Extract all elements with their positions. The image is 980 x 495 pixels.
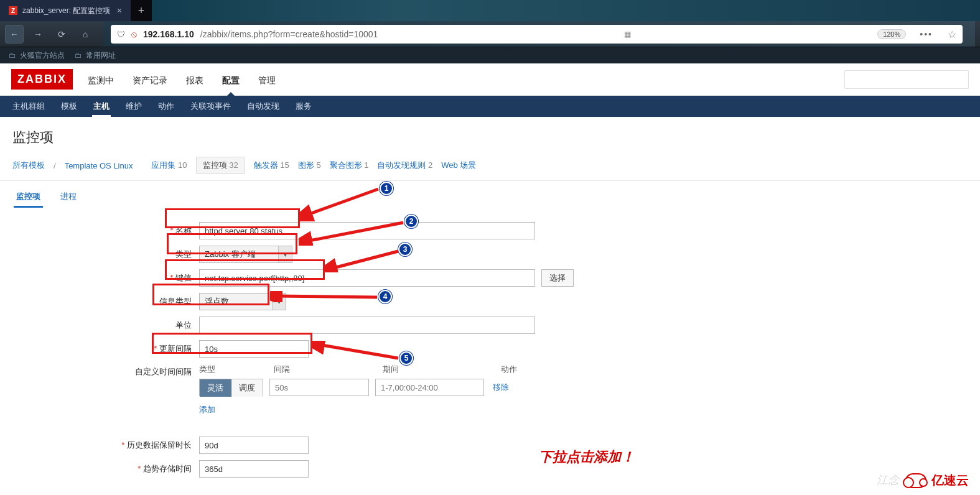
form: 名称 类型 Zabbix 客户端 ▾ 键值 选择 信息类型 浮点数 ▾ 单位 <box>0 207 980 495</box>
label-info-type: 信息类型 <box>12 296 199 307</box>
reload-button[interactable]: ⟳ <box>52 25 71 44</box>
marker-2: 2 <box>404 215 418 228</box>
search-input[interactable] <box>844 70 969 89</box>
ci-header-type: 类型 <box>199 364 274 375</box>
crumb-template[interactable]: Template OS Linux <box>65 161 133 170</box>
marker-1: 1 <box>380 182 393 195</box>
ci-header-action: 动作 <box>501 364 517 375</box>
submenu-discovery[interactable]: 自动发现 <box>246 96 281 117</box>
forward-button[interactable]: → <box>29 25 47 44</box>
browser-navbar: ← → ⟳ ⌂ 🛡 ⦸ 192.168.1.10/zabbix/items.ph… <box>0 21 980 47</box>
ci-flex-button[interactable]: 灵活 <box>200 379 231 397</box>
ci-period-input[interactable] <box>375 379 484 396</box>
submenu-maintenance[interactable]: 维护 <box>124 96 143 117</box>
zabbix-main-menu: 监测中 资产记录 报表 配置 管理 <box>86 64 277 95</box>
chevron-down-icon: ▾ <box>272 294 286 310</box>
marker-3: 3 <box>398 243 412 256</box>
bookmark-item[interactable]: 🗀常用网址 <box>75 50 116 61</box>
submenu-actions[interactable]: 动作 <box>157 96 175 117</box>
titlebar-decor <box>152 0 980 21</box>
select-info-type[interactable]: 浮点数 ▾ <box>199 293 286 310</box>
ci-remove-link[interactable]: 移除 <box>493 382 509 393</box>
zabbix-header: ZABBIX 监测中 资产记录 报表 配置 管理 <box>0 63 980 96</box>
home-button[interactable]: ⌂ <box>76 25 95 44</box>
browser-tab[interactable]: Z zabbix_server: 配置监控项 × <box>0 0 131 21</box>
label-type: 类型 <box>12 249 199 260</box>
input-name[interactable] <box>199 222 535 239</box>
url-bar[interactable]: 🛡 ⦸ 192.168.1.10/zabbix/items.php?form=c… <box>111 25 963 44</box>
page-title: 监控项 <box>0 117 980 154</box>
blocked-icon: ⦸ <box>131 29 137 40</box>
submenu-hosts[interactable]: 主机 <box>92 96 111 117</box>
ci-add-link[interactable]: 添加 <box>199 405 215 414</box>
submenu-hostgroups[interactable]: 主机群组 <box>11 96 46 117</box>
menu-reports[interactable]: 报表 <box>185 64 205 95</box>
input-key[interactable] <box>199 269 535 287</box>
input-update[interactable] <box>199 340 309 358</box>
tab-screens[interactable]: 聚合图形 1 <box>330 160 369 171</box>
label-custom-interval: 自定义时间间隔 <box>12 364 199 377</box>
menu-configuration[interactable]: 配置 <box>221 64 241 95</box>
menu-administration[interactable]: 管理 <box>257 64 277 95</box>
zoom-badge[interactable]: 120% <box>877 29 906 39</box>
crumb-all-templates[interactable]: 所有模板 <box>12 160 45 171</box>
url-host: 192.168.1.10 <box>143 29 194 39</box>
more-icon[interactable]: ••• <box>920 29 933 39</box>
input-trend[interactable] <box>199 460 309 478</box>
ci-sched-button[interactable]: 调度 <box>231 379 263 397</box>
ci-header-period: 期间 <box>383 364 501 375</box>
ci-header-interval: 间隔 <box>274 364 383 375</box>
close-icon[interactable]: × <box>117 6 122 16</box>
submenu-templates[interactable]: 模板 <box>60 96 78 117</box>
formtab-item[interactable]: 监控项 <box>14 186 43 207</box>
new-tab-button[interactable]: + <box>131 0 152 21</box>
watermark-faint: 江念 <box>877 473 899 488</box>
zabbix-submenu: 主机群组 模板 主机 维护 动作 关联项事件 自动发现 服务 <box>0 96 980 117</box>
form-tabs: 监控项 进程 <box>0 181 980 207</box>
bookmark-item[interactable]: 🗀火狐官方站点 <box>9 50 65 61</box>
cloud-icon <box>905 473 926 488</box>
breadcrumb-row: 所有模板 / Template OS Linux 应用集 10 监控项 32 触… <box>0 154 980 181</box>
label-history: 历史数据保留时长 <box>12 440 199 451</box>
label-trend: 趋势存储时间 <box>12 463 199 474</box>
label-update: 更新间隔 <box>12 343 199 354</box>
input-history[interactable] <box>199 437 309 454</box>
tab-applications[interactable]: 应用集 10 <box>151 160 187 171</box>
label-unit: 单位 <box>12 320 199 331</box>
folder-icon: 🗀 <box>9 51 16 60</box>
bookmarks-bar: 🗀火狐官方站点 🗀常用网址 <box>0 47 980 63</box>
chevron-down-icon: ▾ <box>278 246 292 262</box>
watermark: 亿速云 <box>905 472 969 489</box>
back-button[interactable]: ← <box>5 25 24 44</box>
zabbix-logo[interactable]: ZABBIX <box>11 69 73 90</box>
grid-icon[interactable]: ▦ <box>624 30 631 39</box>
label-name: 名称 <box>12 225 199 236</box>
menu-inventory[interactable]: 资产记录 <box>131 64 169 95</box>
key-select-button[interactable]: 选择 <box>541 269 574 287</box>
submenu-correlation[interactable]: 关联项事件 <box>189 96 232 117</box>
tab-items[interactable]: 监控项 32 <box>196 157 245 174</box>
page-body: 监控项 所有模板 / Template OS Linux 应用集 10 监控项 … <box>0 117 980 495</box>
tab-title: zabbix_server: 配置监控项 <box>22 6 110 16</box>
tab-triggers[interactable]: 触发器 15 <box>254 160 289 171</box>
url-path: /zabbix/items.php?form=create&hostid=100… <box>200 29 378 39</box>
marker-4: 4 <box>378 290 392 303</box>
marker-5: 5 <box>399 351 413 365</box>
bookmark-star-icon[interactable]: ☆ <box>948 29 956 40</box>
ci-interval-input[interactable] <box>269 379 369 396</box>
menu-monitoring[interactable]: 监测中 <box>86 64 115 95</box>
tab-discovery[interactable]: 自动发现规则 2 <box>377 160 432 171</box>
shield-icon: 🛡 <box>117 30 125 39</box>
tab-web[interactable]: Web 场景 <box>441 160 476 171</box>
annotation-hint: 下拉点击添加！ <box>539 448 635 466</box>
browser-titlebar: Z zabbix_server: 配置监控项 × + <box>0 0 980 21</box>
select-type[interactable]: Zabbix 客户端 ▾ <box>199 246 292 263</box>
tab-favicon: Z <box>9 6 17 15</box>
formtab-process[interactable]: 进程 <box>58 186 79 207</box>
label-key: 键值 <box>12 272 199 284</box>
input-unit[interactable] <box>199 317 535 334</box>
submenu-services[interactable]: 服务 <box>294 96 313 117</box>
tab-graphs[interactable]: 图形 5 <box>298 160 321 171</box>
folder-icon: 🗀 <box>75 51 82 60</box>
